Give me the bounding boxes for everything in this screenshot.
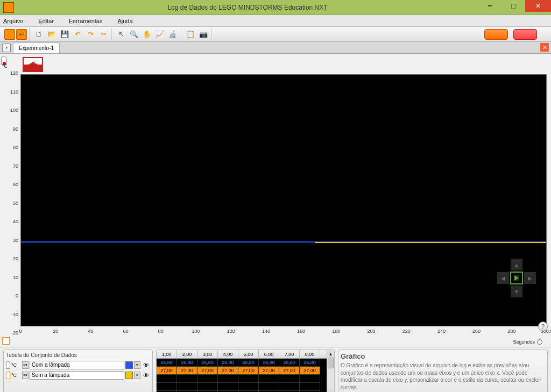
info-title: Gráfico <box>341 352 545 360</box>
data-table-panel: 1,002,003,004,005,006,007,008,00 26,8026… <box>156 350 335 392</box>
save-file-icon[interactable]: 💾 <box>59 28 70 40</box>
menu-help[interactable]: Ajuda <box>117 18 140 24</box>
notes-icon[interactable]: 📋 <box>185 28 196 40</box>
dataset-name[interactable]: Com a lâmpada <box>30 361 124 369</box>
dataset-menu-icon[interactable]: ≡▾ <box>22 372 29 379</box>
dataset-panel-title: Tabela do Conjunto de Dados <box>6 352 150 358</box>
table-header-cell: 4,00 <box>218 350 238 358</box>
table-cell: 26,80 <box>238 359 259 367</box>
minimize-button[interactable]: ━ <box>478 0 501 12</box>
x-tick: 80 <box>158 329 164 334</box>
title-bar: Log de Dados do LEGO MINDSTORMS Educatio… <box>0 0 551 15</box>
tab-close-button[interactable]: ✕ <box>540 43 549 52</box>
nav-play-button[interactable] <box>510 272 523 284</box>
new-file-icon[interactable]: 🗋 <box>33 28 45 40</box>
x-axis-label: Segundos <box>513 339 542 345</box>
table-cell: 27,00 <box>157 367 177 375</box>
pointer-icon[interactable]: ↖ <box>115 28 127 40</box>
x-tick: 140 <box>262 329 270 334</box>
dataset-color-swatch[interactable] <box>125 361 133 369</box>
series-line-yellow <box>315 242 546 243</box>
table-cell: 27,00 <box>218 367 238 375</box>
table-cell <box>218 383 238 391</box>
y-tick: 20 <box>3 256 18 261</box>
dataset-row: °C≡▾Com a lâmpada▾👁 <box>6 360 150 370</box>
x-tick: 100 <box>192 329 200 334</box>
dataset-name[interactable]: Sem a lâmpada <box>30 371 124 380</box>
tab-menu-button[interactable]: ▫ <box>2 44 11 52</box>
y-tick: 60 <box>3 182 18 187</box>
x-tick: 60 <box>123 329 129 334</box>
close-button[interactable]: ✕ <box>525 0 551 12</box>
x-tick: 200 <box>367 329 375 334</box>
lego-mode-button-2[interactable]: ↩ <box>16 29 27 40</box>
table-header-cell: 6,00 <box>259 350 279 358</box>
table-row: 27,0027,0027,0027,0027,0027,0027,0027,00 <box>157 367 334 375</box>
table-vscroll[interactable]: ▲ ▼ <box>327 350 334 392</box>
dataset-rows: °C≡▾Com a lâmpada▾👁°C≡▾Sem a lâmpada▾👁 <box>6 360 150 380</box>
table-cell <box>197 383 218 391</box>
dataset-style-icon[interactable]: ▾ <box>134 361 140 369</box>
menu-file[interactable]: Arquivo <box>3 18 31 24</box>
table-cell <box>259 375 279 383</box>
robot-button[interactable] <box>513 29 537 40</box>
nav-up-button[interactable]: ▲ <box>510 258 523 271</box>
lego-mode-button[interactable] <box>4 29 15 40</box>
help-button[interactable]: ? <box>538 322 548 331</box>
y-tick: 0 <box>3 293 18 298</box>
table-cell <box>300 383 320 391</box>
nav-right-button[interactable]: ▶ <box>524 272 536 284</box>
zoom-icon[interactable]: 🔍 <box>128 28 140 40</box>
plot-area[interactable]: ▲ ◀ ▶ ▼ <box>20 74 547 326</box>
thermometer-icon <box>6 361 10 369</box>
y-tick: 50 <box>3 201 18 206</box>
menu-tools[interactable]: Ferramentas <box>69 18 110 24</box>
x-tick: 160 <box>297 329 305 334</box>
camera-icon[interactable]: 📷 <box>197 28 209 40</box>
undo-icon[interactable]: ↶ <box>72 28 83 40</box>
redo-icon[interactable]: ↷ <box>84 28 96 40</box>
y-tick: 10 <box>3 275 18 280</box>
dataset-menu-icon[interactable]: ≡▾ <box>22 361 29 369</box>
table-header-cell: 8,00 <box>300 350 320 358</box>
table-cell <box>238 383 259 391</box>
dataset-panel: Tabela do Conjunto de Dados °C≡▾Com a lâ… <box>3 350 153 392</box>
dataset-visibility-icon[interactable]: 👁 <box>142 372 150 379</box>
maximize-button[interactable]: ▢ <box>501 0 525 12</box>
window-title: Log de Dados do LEGO MINDSTORMS Educatio… <box>17 4 478 11</box>
scroll-down-icon[interactable]: ▼ <box>327 389 334 392</box>
cut-icon[interactable]: ✂ <box>97 28 109 40</box>
nav-left-button[interactable]: ◀ <box>497 272 510 284</box>
table-cell: 26,80 <box>157 359 177 367</box>
info-text: O Gráfico é a representação visual do ar… <box>341 362 545 391</box>
y-tick: 70 <box>3 163 18 169</box>
plot-tool-icon[interactable]: 📈 <box>154 28 166 40</box>
dataset-style-icon[interactable]: ▾ <box>134 372 140 379</box>
pan-hand-icon[interactable]: ✋ <box>141 28 153 40</box>
y-tick: 90 <box>3 126 18 132</box>
nxt-brick-button[interactable] <box>484 29 508 40</box>
y-tick: 100 <box>3 108 18 113</box>
toolbar: ↩ 🗋 📂 💾 ↶ ↷ ✂ ↖ 🔍 ✋ 📈 🔬 📋 📷 <box>0 27 551 42</box>
table-cell <box>157 383 177 391</box>
dataset-row: °C≡▾Sem a lâmpada▾👁 <box>6 370 150 380</box>
table-header-cell: 7,00 <box>279 350 300 358</box>
menu-edit[interactable]: Editar <box>38 18 61 24</box>
tab-experimento-1[interactable]: Experimento-1 <box>13 42 60 53</box>
table-cell: 26,80 <box>197 359 218 367</box>
tab-strip: ▫ Experimento-1 ✕ <box>0 42 551 54</box>
axis-config-button[interactable] <box>2 337 10 345</box>
table-cell: 26,80 <box>177 359 197 367</box>
toolbar-collapse-icon[interactable] <box>540 28 549 40</box>
nav-down-button[interactable]: ▼ <box>510 285 523 298</box>
x-tick: 180 <box>332 329 340 334</box>
microscope-icon[interactable]: 🔬 <box>167 28 179 40</box>
chart-export-button[interactable] <box>23 57 43 72</box>
scroll-up-icon[interactable]: ▲ <box>327 350 334 358</box>
open-file-icon[interactable]: 📂 <box>46 28 58 40</box>
y-tick: 110 <box>3 89 18 95</box>
dataset-visibility-icon[interactable]: 👁 <box>142 361 150 369</box>
dataset-unit: °C <box>11 373 21 378</box>
scroll-thumb[interactable] <box>328 358 334 368</box>
dataset-color-swatch[interactable] <box>125 372 133 379</box>
